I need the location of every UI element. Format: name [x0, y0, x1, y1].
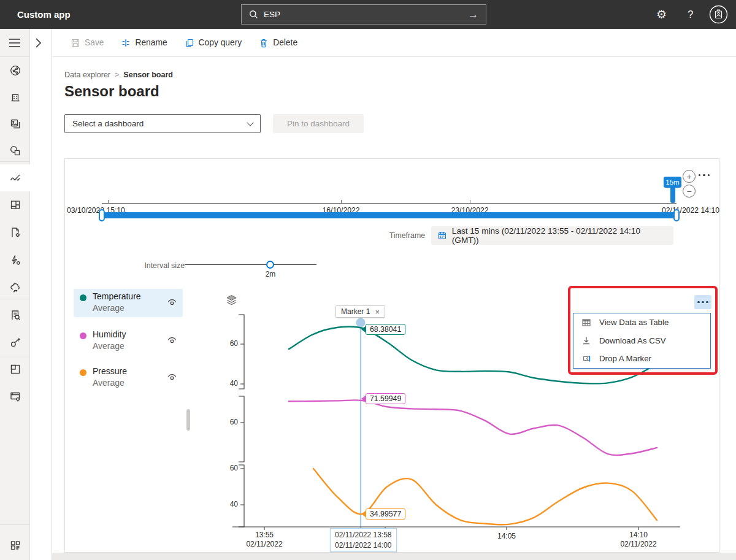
sidebar-item-data-export[interactable]	[0, 274, 30, 301]
chevron-right-icon	[35, 37, 42, 48]
gallery-icon	[9, 118, 21, 130]
dashboard-select[interactable]: Select a dashboard	[64, 114, 261, 133]
y-tick-label: 60	[221, 339, 238, 348]
query-card: + − 15m 03/10/2022 15:10 16/10/2022 23/1…	[64, 158, 719, 553]
interval-slider-track[interactable]	[185, 264, 316, 265]
y-tick-label: 60	[221, 418, 238, 426]
availability-tick	[108, 200, 109, 203]
sidebar-item-edge-manifests[interactable]	[0, 356, 30, 383]
availability-range-badge[interactable]: 15m	[664, 177, 681, 188]
sidebar-item-data-explorer[interactable]	[0, 164, 30, 191]
visibility-icon[interactable]	[167, 372, 177, 382]
marker-label-box[interactable]: Marker 1 ×	[335, 305, 385, 318]
swimlanes-icon[interactable]	[225, 294, 238, 306]
legend-scrollbar[interactable]	[186, 409, 190, 431]
minus-icon: −	[686, 186, 691, 196]
y-tick-label: 60	[221, 464, 238, 472]
topbar: Custom app ESP → ⚙ ?	[0, 0, 736, 29]
legend-item-temperature[interactable]: Temperature Average	[74, 289, 183, 317]
x-tick-label: 13:5502/11/2022	[240, 531, 289, 549]
series-name: Pressure	[93, 366, 127, 376]
availability-tick	[341, 200, 342, 203]
menu-icon[interactable]	[9, 38, 21, 48]
chip-arrow	[361, 511, 366, 517]
sidebar-item-device-templates[interactable]	[0, 137, 30, 164]
expand-chevron-button[interactable]	[35, 37, 42, 48]
timeframe-button[interactable]: Last 15 mins (02/11/2022 13:55 - 02/11/2…	[431, 226, 673, 245]
sidebar-item-rules[interactable]	[0, 247, 30, 274]
copy-icon	[185, 38, 194, 48]
sidebar-item-app-launcher[interactable]	[0, 532, 30, 559]
cloud-sync-icon	[9, 282, 21, 294]
interval-label: Interval size	[126, 261, 185, 270]
settings-gear-icon[interactable]: ⚙	[656, 7, 667, 21]
marker-value-pressure: 34.99577	[361, 508, 405, 520]
availability-zoom-in-button[interactable]: +	[683, 170, 696, 183]
breadcrumb-parent[interactable]: Data explorer	[64, 71, 110, 79]
sidebar-item-dashboards[interactable]	[0, 191, 30, 218]
help-icon[interactable]: ?	[688, 9, 693, 21]
y-tick-label: 40	[221, 379, 238, 388]
page-gear-icon	[9, 226, 21, 239]
sidebar-item-application[interactable]	[0, 383, 30, 410]
availability-slider-track[interactable]	[102, 212, 677, 218]
availability-zoom-out-button[interactable]: −	[683, 185, 696, 198]
delete-button[interactable]: Delete	[259, 38, 297, 48]
rename-label: Rename	[135, 38, 167, 47]
sidebar-item-jobs[interactable]	[0, 219, 30, 246]
sidebar-item-audit-logs[interactable]	[0, 302, 30, 329]
availability-tick	[470, 200, 470, 203]
chip-arrow	[361, 396, 366, 402]
pin-label: Pin to dashboard	[287, 119, 350, 128]
marker-label: Marker 1	[341, 307, 370, 316]
key-icon	[9, 336, 21, 348]
chip-value: 34.99577	[366, 508, 405, 520]
window-gear-icon	[9, 390, 21, 402]
sidebar-item-overview[interactable]	[0, 57, 30, 84]
save-label: Save	[85, 38, 104, 47]
save-icon	[71, 38, 80, 48]
search-submit-icon[interactable]: →	[468, 9, 478, 21]
availability-more-icon[interactable]	[699, 174, 710, 176]
document-search-icon	[9, 309, 21, 321]
sidebar-nav	[0, 29, 30, 560]
globe-package-icon	[9, 145, 21, 157]
series-name: Humidity	[93, 329, 126, 339]
delete-icon	[259, 38, 269, 48]
marker-value-temperature: 68.38041	[361, 324, 405, 335]
visibility-icon[interactable]	[167, 297, 177, 307]
bottom-strip	[52, 553, 736, 560]
availability-slider-handle-left[interactable]	[99, 209, 105, 221]
overview-icon	[9, 64, 21, 77]
search-input[interactable]: ESP →	[241, 4, 486, 25]
interval-slider-handle[interactable]	[266, 261, 274, 269]
account-button[interactable]	[709, 5, 728, 24]
legend-item-humidity[interactable]: Humidity Average	[74, 327, 183, 355]
sidebar-item-device-groups[interactable]	[0, 110, 30, 137]
availability-axis	[102, 203, 677, 204]
visibility-icon[interactable]	[167, 336, 177, 345]
copy-query-button[interactable]: Copy query	[185, 38, 242, 48]
main-content: Data explorer > Sensor board Sensor boar…	[52, 57, 736, 560]
series-color-dot	[80, 369, 86, 376]
save-button[interactable]: Save	[71, 38, 104, 48]
timeframe-value: Last 15 mins (02/11/2022 13:55 - 02/11/2…	[452, 226, 667, 245]
layout-grid-icon	[9, 363, 21, 375]
y-tick-label: 40	[221, 500, 238, 508]
series-aggregation: Average	[93, 341, 125, 351]
chip-arrow	[361, 326, 366, 332]
legend-item-pressure[interactable]: Pressure Average	[74, 364, 183, 392]
line-chart-icon	[9, 172, 21, 184]
page-title: Sensor board	[64, 83, 159, 100]
chip-value: 71.59949	[366, 393, 405, 404]
grid-list-icon	[9, 539, 21, 551]
series-aggregation: Average	[93, 378, 125, 388]
availability-slider-handle-right[interactable]	[673, 209, 680, 221]
sidebar-item-devices[interactable]	[0, 83, 30, 110]
search-icon	[249, 10, 258, 19]
sidebar-item-permissions[interactable]	[0, 329, 30, 356]
marker-close-icon[interactable]: ×	[375, 307, 380, 316]
dashboard-select-value: Select a dashboard	[72, 119, 144, 128]
pin-to-dashboard-button[interactable]: Pin to dashboard	[273, 114, 364, 133]
rename-button[interactable]: Rename	[121, 38, 167, 48]
